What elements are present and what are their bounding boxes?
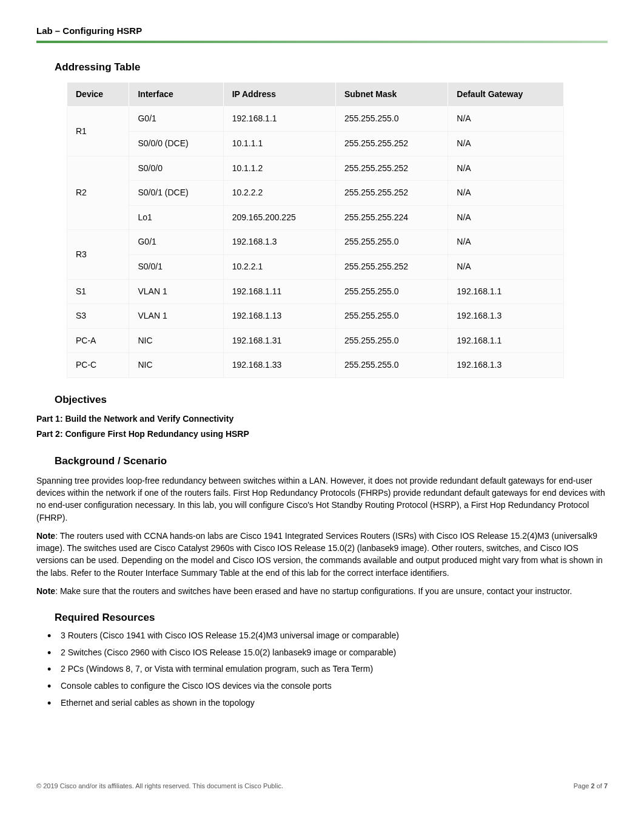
table-row: S3VLAN 1192.168.1.13255.255.255.0192.168…: [67, 304, 564, 329]
list-item: 2 Switches (Cisco 2960 with Cisco IOS Re…: [47, 647, 608, 659]
cell-gw: N/A: [448, 205, 564, 230]
cell-iface: S0/0/0 (DCE): [129, 131, 223, 156]
footer-page-prefix: Page: [574, 782, 591, 789]
table-row: PC-ANIC192.168.1.31255.255.255.0192.168.…: [67, 328, 564, 353]
cell-iface: Lo1: [129, 205, 223, 230]
table-row: S0/0/1 (DCE)10.2.2.2255.255.255.252N/A: [67, 181, 564, 206]
list-item: 2 PCs (Windows 8, 7, or Vista with termi…: [47, 663, 608, 675]
cell-mask: 255.255.255.0: [335, 107, 448, 132]
cell-iface: G0/1: [129, 107, 223, 132]
background-p1: Spanning tree provides loop-free redunda…: [36, 475, 608, 524]
cell-ip: 192.168.1.31: [223, 328, 335, 353]
cell-mask: 255.255.255.252: [335, 181, 448, 206]
cell-ip: 192.168.1.33: [223, 353, 335, 378]
cell-gw: N/A: [448, 156, 564, 181]
cell-mask: 255.255.255.0: [335, 279, 448, 304]
cell-gw: 192.168.1.1: [448, 328, 564, 353]
cell-gw: N/A: [448, 230, 564, 255]
table-row: R2S0/0/010.1.1.2255.255.255.252N/A: [67, 156, 564, 181]
cell-device: S3: [67, 304, 129, 329]
cell-mask: 255.255.255.252: [335, 131, 448, 156]
col-mask: Subnet Mask: [335, 82, 448, 107]
background-p3-text: : Make sure that the routers and switche…: [55, 586, 572, 596]
cell-iface: S0/0/1 (DCE): [129, 181, 223, 206]
cell-gw: N/A: [448, 131, 564, 156]
table-row: Lo1209.165.200.225255.255.255.224N/A: [67, 205, 564, 230]
cell-mask: 255.255.255.0: [335, 353, 448, 378]
cell-iface: VLAN 1: [129, 304, 223, 329]
cell-ip: 10.2.2.1: [223, 254, 335, 279]
col-gateway: Default Gateway: [448, 82, 564, 107]
footer-copyright: © 2019 Cisco and/or its affiliates. All …: [36, 782, 283, 789]
col-interface: Interface: [129, 82, 223, 107]
background-p3: Note: Make sure that the routers and swi…: [36, 585, 608, 597]
list-item: Console cables to configure the Cisco IO…: [47, 680, 608, 692]
header-rule: [36, 41, 608, 43]
cell-mask: 255.255.255.252: [335, 254, 448, 279]
table-row: R3G0/1192.168.1.3255.255.255.0N/A: [67, 230, 564, 255]
objectives-part2: Part 2: Configure First Hop Redundancy u…: [36, 428, 608, 441]
cell-iface: NIC: [129, 353, 223, 378]
cell-iface: G0/1: [129, 230, 223, 255]
cell-mask: 255.255.255.0: [335, 328, 448, 353]
cell-ip: 10.2.2.2: [223, 181, 335, 206]
list-item: 3 Routers (Cisco 1941 with Cisco IOS Rel…: [47, 630, 608, 642]
cell-gw: N/A: [448, 181, 564, 206]
cell-iface: S0/0/0: [129, 156, 223, 181]
cell-mask: 255.255.255.224: [335, 205, 448, 230]
table-header-row: Device Interface IP Address Subnet Mask …: [67, 82, 564, 107]
note-label: Note: [36, 586, 55, 596]
col-device: Device: [67, 82, 129, 107]
cell-device: S1: [67, 279, 129, 304]
cell-ip: 10.1.1.1: [223, 131, 335, 156]
required-heading: Required Resources: [55, 610, 608, 625]
background-heading: Background / Scenario: [55, 454, 608, 468]
cell-ip: 192.168.1.13: [223, 304, 335, 329]
cell-iface: S0/0/1: [129, 254, 223, 279]
addressing-heading: Addressing Table: [55, 60, 608, 75]
footer-page-total: 7: [604, 782, 608, 789]
footer-page-mid: of: [595, 782, 604, 789]
col-ip: IP Address: [223, 82, 335, 107]
objectives-part1: Part 1: Build the Network and Verify Con…: [36, 413, 608, 425]
objectives-heading: Objectives: [55, 393, 608, 407]
cell-device: PC-A: [67, 328, 129, 353]
addressing-table-body: R1G0/1192.168.1.1255.255.255.0N/AS0/0/0 …: [67, 107, 564, 378]
cell-gw: N/A: [448, 254, 564, 279]
cell-gw: 192.168.1.1: [448, 279, 564, 304]
list-item: Ethernet and serial cables as shown in t…: [47, 697, 608, 709]
footer-page: Page 2 of 7: [574, 782, 608, 791]
table-row: R1G0/1192.168.1.1255.255.255.0N/A: [67, 107, 564, 132]
cell-gw: N/A: [448, 107, 564, 132]
cell-device: R3: [67, 230, 129, 279]
background-p2-text: : The routers used with CCNA hands-on la…: [36, 531, 603, 578]
cell-mask: 255.255.255.0: [335, 304, 448, 329]
cell-gw: 192.168.1.3: [448, 353, 564, 378]
cell-iface: NIC: [129, 328, 223, 353]
required-list: 3 Routers (Cisco 1941 with Cisco IOS Rel…: [47, 630, 608, 709]
page-header-title: Lab – Configuring HSRP: [36, 24, 608, 37]
cell-mask: 255.255.255.0: [335, 230, 448, 255]
cell-ip: 192.168.1.3: [223, 230, 335, 255]
cell-gw: 192.168.1.3: [448, 304, 564, 329]
cell-ip: 192.168.1.1: [223, 107, 335, 132]
table-row: PC-CNIC192.168.1.33255.255.255.0192.168.…: [67, 353, 564, 378]
background-p2: Note: The routers used with CCNA hands-o…: [36, 530, 608, 579]
cell-device: PC-C: [67, 353, 129, 378]
cell-ip: 192.168.1.11: [223, 279, 335, 304]
table-row: S1VLAN 1192.168.1.11255.255.255.0192.168…: [67, 279, 564, 304]
addressing-table: Device Interface IP Address Subnet Mask …: [67, 82, 564, 378]
cell-iface: VLAN 1: [129, 279, 223, 304]
cell-device: R1: [67, 107, 129, 156]
footer: © 2019 Cisco and/or its affiliates. All …: [36, 782, 608, 791]
table-row: S0/0/110.2.2.1255.255.255.252N/A: [67, 254, 564, 279]
cell-device: R2: [67, 156, 129, 230]
cell-mask: 255.255.255.252: [335, 156, 448, 181]
table-row: S0/0/0 (DCE)10.1.1.1255.255.255.252N/A: [67, 131, 564, 156]
cell-ip: 209.165.200.225: [223, 205, 335, 230]
note-label: Note: [36, 531, 55, 541]
cell-ip: 10.1.1.2: [223, 156, 335, 181]
